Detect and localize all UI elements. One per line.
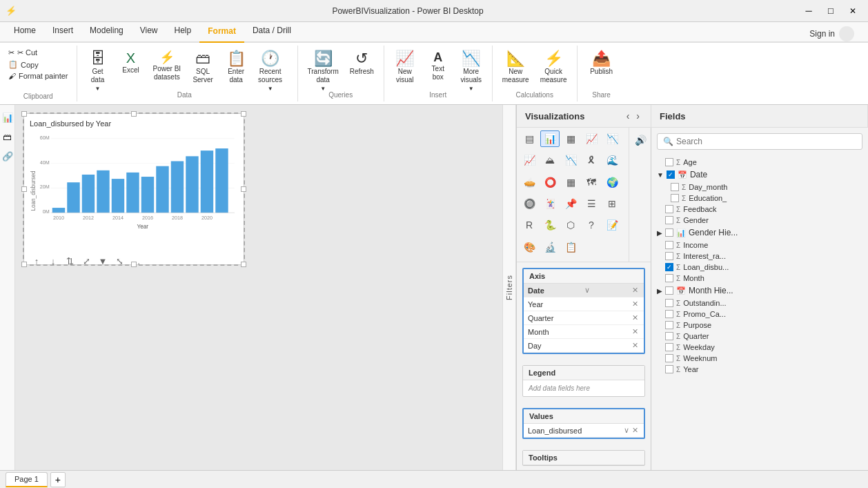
field-age[interactable]: Σ Age: [651, 157, 868, 168]
field-group-date[interactable]: ▼ ✓ 📅 Date: [651, 168, 868, 182]
more-visuals-button[interactable]: 📉 Morevisuals ▼: [456, 48, 486, 90]
sort-desc-button[interactable]: ↓: [46, 254, 60, 268]
format-painter-button[interactable]: 🖌 Format painter: [6, 70, 71, 81]
field-feedback-checkbox[interactable]: [665, 205, 673, 213]
add-page-button[interactable]: +: [50, 472, 66, 487]
field-feedback[interactable]: Σ Feedback: [651, 204, 868, 215]
close-button[interactable]: ✕: [843, 3, 862, 19]
viz-table[interactable]: ⊞: [602, 195, 622, 212]
values-loan-remove[interactable]: ✕: [631, 426, 640, 435]
transform-data-button[interactable]: 🔄 Transformdata ▼: [304, 48, 343, 90]
field-outstanding-checkbox[interactable]: [665, 299, 673, 307]
field-weekday[interactable]: Σ Weekday: [651, 342, 868, 353]
field-day-month-checkbox[interactable]: [671, 183, 679, 191]
viz-stacked-bar-100[interactable]: ▦: [561, 130, 580, 147]
field-loan[interactable]: ✓ Σ Loan_disbu...: [651, 262, 868, 273]
tab-help[interactable]: Help: [166, 21, 200, 41]
viz-format[interactable]: 🎨: [520, 239, 539, 255]
axis-year-remove[interactable]: ✕: [631, 300, 640, 309]
tab-format[interactable]: Format: [199, 22, 244, 43]
viz-more[interactable]: …: [623, 217, 629, 233]
field-group-gender-hier[interactable]: ▶ 📊 Gender Hie...: [651, 226, 868, 240]
field-interest-checkbox[interactable]: [665, 252, 673, 260]
viz-area[interactable]: ⛰: [540, 152, 560, 168]
field-quarter-checkbox[interactable]: [665, 332, 673, 340]
field-loan-checkbox[interactable]: ✓: [665, 263, 673, 271]
recent-sources-button[interactable]: 🕐 Recentsources ▼: [254, 48, 286, 90]
search-input[interactable]: [676, 137, 856, 146]
field-income[interactable]: Σ Income: [651, 240, 868, 251]
filter-button[interactable]: ▼: [96, 254, 110, 268]
viz-treemap[interactable]: ▦: [561, 174, 580, 191]
field-purpose[interactable]: Σ Purpose: [651, 320, 868, 331]
sort-asc-button[interactable]: ↑: [30, 254, 43, 268]
resize-handle-bl[interactable]: [21, 262, 27, 267]
field-interest[interactable]: Σ Interest_ra...: [651, 251, 868, 262]
field-promo[interactable]: Σ Promo_Ca...: [651, 309, 868, 320]
text-box-button[interactable]: A Textbox: [423, 48, 453, 90]
tab-modeling[interactable]: Modeling: [81, 21, 132, 41]
viz-panel-prev[interactable]: ‹: [624, 110, 633, 121]
viz-pie[interactable]: 🥧: [520, 174, 539, 191]
tab-home[interactable]: Home: [6, 21, 44, 41]
viz-slicer[interactable]: ☰: [582, 195, 601, 212]
resize-handle-br[interactable]: [241, 262, 246, 267]
axis-quarter-remove[interactable]: ✕: [631, 313, 640, 322]
viz-gauge[interactable]: 🔘: [520, 195, 539, 212]
viz-analytics[interactable]: 🔬: [540, 239, 560, 255]
viz-r-visual[interactable]: R: [520, 217, 539, 233]
excel-button[interactable]: X Excel: [116, 48, 146, 90]
field-outstanding[interactable]: Σ Outstandin...: [651, 297, 868, 309]
tab-view[interactable]: View: [132, 21, 166, 41]
filters-panel[interactable]: Filters: [502, 105, 516, 470]
viz-panel-next[interactable]: ›: [633, 110, 642, 121]
viz-stacked-column[interactable]: 📈: [582, 130, 601, 147]
axis-date-remove[interactable]: ✕: [631, 286, 640, 295]
viz-line[interactable]: 📈: [520, 152, 539, 168]
values-loan-expand[interactable]: ∨: [622, 426, 631, 435]
new-visual-button[interactable]: 📈 Newvisual: [390, 48, 420, 90]
viz-scatter[interactable]: ⋯: [623, 152, 629, 168]
viz-donut[interactable]: ⭕: [540, 174, 560, 191]
resize-handle-t[interactable]: [131, 111, 137, 117]
viz-python[interactable]: 🐍: [540, 217, 560, 233]
get-data-button[interactable]: 🗄 Getdata ▼: [83, 48, 113, 90]
field-gender[interactable]: Σ Gender: [651, 215, 868, 226]
axis-day-remove[interactable]: ✕: [631, 341, 640, 350]
resize-handle-tl[interactable]: [21, 111, 27, 117]
viz-qna[interactable]: ?: [582, 217, 601, 233]
sound-button[interactable]: 🔊: [631, 130, 650, 150]
resize-handle-tr[interactable]: [241, 111, 246, 117]
chart-container[interactable]: Loan_disbursed by Year Loan_disbursed 60…: [23, 113, 244, 265]
viz-waterfall[interactable]: 🌊: [602, 152, 622, 168]
page-tab-1[interactable]: Page 1: [6, 472, 48, 487]
field-education[interactable]: Σ Education_: [651, 193, 868, 204]
refresh-button[interactable]: ↺ Refresh: [346, 48, 378, 90]
tab-data-drill[interactable]: Data / Drill: [244, 21, 299, 41]
viz-matrix[interactable]: ⊟: [623, 195, 629, 212]
viz-kpi[interactable]: 📌: [561, 195, 580, 212]
resize-handle-b[interactable]: [131, 262, 137, 267]
maximize-button[interactable]: □: [821, 3, 840, 19]
focus-mode-button[interactable]: ⤡: [112, 254, 126, 268]
resize-handle-l[interactable]: [21, 186, 27, 192]
viz-stacked-column-100[interactable]: ▥: [623, 130, 629, 147]
cut-button[interactable]: ✂ ✂ Cut: [6, 47, 71, 59]
signin-label[interactable]: Sign in: [809, 29, 835, 39]
minimize-button[interactable]: ─: [799, 3, 818, 19]
enter-data-button[interactable]: 📋 Enterdata: [221, 48, 251, 90]
field-weeknum-checkbox[interactable]: [665, 354, 673, 362]
field-gender-checkbox[interactable]: [665, 216, 673, 224]
axis-date-expand[interactable]: ∨: [583, 286, 591, 295]
new-measure-button[interactable]: 📐 Newmeasure: [498, 48, 533, 90]
axis-month-remove[interactable]: ✕: [631, 327, 640, 336]
viz-funnel[interactable]: ⬡: [623, 174, 629, 191]
field-gender-hier-checkbox[interactable]: [665, 228, 673, 237]
viz-filled-map[interactable]: 🌍: [602, 174, 622, 191]
field-group-month-hier[interactable]: ▶ 📅 Month Hie...: [651, 284, 868, 297]
field-month-hier-checkbox[interactable]: [665, 286, 673, 295]
expand-button[interactable]: ⤢: [79, 254, 93, 268]
resize-handle-r[interactable]: [241, 186, 246, 192]
field-day-month[interactable]: Σ Day_month: [651, 182, 868, 193]
nav-report[interactable]: 📊: [1, 110, 14, 124]
